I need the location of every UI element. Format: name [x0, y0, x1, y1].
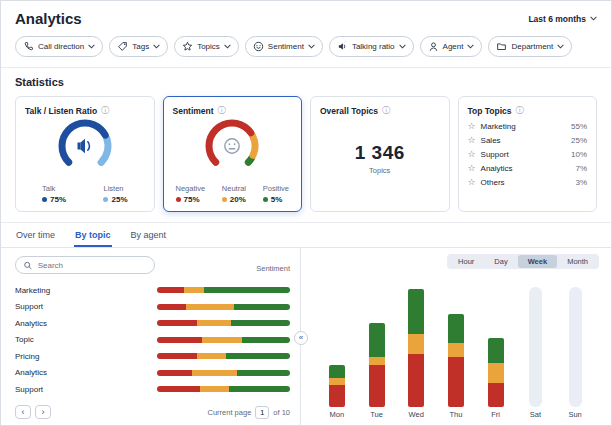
filter-label: Topics	[197, 42, 220, 51]
view-tabs: Over time By topic By agent	[1, 223, 611, 248]
filter-department[interactable]: Department	[488, 36, 572, 57]
time-range-dropdown[interactable]: Last 6 months	[528, 14, 597, 24]
bar-sat	[529, 287, 542, 407]
gauge-chart	[190, 117, 274, 171]
toggle-hour[interactable]: Hour	[448, 255, 484, 268]
star-icon: ☆	[468, 150, 476, 159]
search-icon	[23, 260, 33, 271]
chevron-down-icon	[557, 44, 564, 49]
search-box[interactable]	[15, 256, 155, 274]
filter-label: Sentiment	[268, 42, 304, 51]
by-topic-panel: « Sentiment Marketing Support	[1, 248, 611, 425]
filter-talking-ratio[interactable]: Talking ratio	[329, 36, 414, 57]
filter-topics[interactable]: Topics	[174, 36, 239, 57]
current-page-field[interactable]: 1	[255, 406, 269, 419]
axis-label: Sat	[520, 410, 550, 419]
topic-list-panel: Sentiment Marketing Support Analytics To…	[1, 248, 301, 425]
info-icon[interactable]: ⓘ	[382, 105, 390, 116]
table-row[interactable]: Marketing	[15, 286, 290, 295]
list-item: ☆Others 3%	[468, 178, 588, 187]
tab-over-time[interactable]: Over time	[15, 223, 56, 247]
card-top-topics[interactable]: Top Topics ⓘ ☆Marketing 55% ☆Sales 25% ☆…	[458, 96, 598, 212]
bar-sun	[569, 287, 582, 407]
bar-tue	[369, 323, 385, 407]
tab-by-agent[interactable]: By agent	[130, 223, 168, 247]
header: Analytics Last 6 months	[1, 1, 611, 32]
card-title: Sentiment ⓘ	[173, 105, 293, 116]
info-icon[interactable]: ⓘ	[101, 105, 109, 116]
list-item: ☆Marketing 55%	[468, 122, 588, 131]
chevron-down-icon	[308, 44, 315, 49]
legend-item: Listen 25%	[103, 184, 127, 204]
table-row[interactable]: Analytics	[15, 319, 290, 328]
chevron-down-icon	[399, 44, 406, 49]
filter-label: Call direction	[38, 42, 84, 51]
topic-label: Marketing	[15, 286, 157, 295]
chevron-down-icon	[153, 44, 160, 49]
bar-wed	[408, 289, 424, 407]
star-icon	[182, 41, 193, 52]
chevron-down-icon	[224, 44, 231, 49]
card-sentiment[interactable]: Sentiment ⓘ Negative	[163, 96, 303, 212]
gauge-chart	[43, 117, 127, 171]
legend-item: Talk 75%	[42, 184, 66, 204]
toggle-day[interactable]: Day	[484, 255, 517, 268]
list-item: ☆Support 10%	[468, 150, 588, 159]
sentiment-legend: Negative 75% Neutral 20% Positive 5%	[176, 184, 290, 204]
x-axis-labels: Mon Tue Wed Thu Fri Sat Sun	[313, 407, 599, 421]
card-talk-listen-ratio[interactable]: Talk / Listen Ratio ⓘ Talk	[15, 96, 155, 212]
topic-label: Support	[15, 385, 157, 394]
chevron-down-icon	[467, 44, 474, 49]
table-row[interactable]: Support	[15, 385, 290, 394]
toggle-week[interactable]: Week	[518, 255, 557, 268]
list-item: ☆Analytics 7%	[468, 164, 588, 173]
filter-sentiment[interactable]: Sentiment	[245, 36, 323, 57]
analytics-dashboard: Analytics Last 6 months Call direction T…	[0, 0, 612, 426]
collapse-panel-button[interactable]: «	[294, 331, 308, 345]
card-title: Talk / Listen Ratio ⓘ	[25, 105, 145, 116]
table-row[interactable]: Support	[15, 302, 290, 311]
card-title: Overall Topics ⓘ	[320, 105, 440, 116]
axis-label: Thu	[441, 410, 471, 419]
weekly-chart-panel: Hour Day Week Month Mon Tue Wed Thu	[301, 248, 611, 425]
card-overall-topics[interactable]: Overall Topics ⓘ 1 346 Topics	[310, 96, 450, 212]
statistics-section: Statistics Talk / Listen Ratio ⓘ	[1, 68, 611, 223]
star-icon: ☆	[468, 122, 476, 131]
info-icon[interactable]: ⓘ	[218, 105, 226, 116]
filter-label: Agent	[443, 42, 464, 51]
table-row[interactable]: Analytics	[15, 368, 290, 377]
info-icon[interactable]: ⓘ	[516, 105, 524, 116]
current-page-label: Current page	[208, 408, 252, 417]
axis-label: Mon	[322, 410, 352, 419]
filter-label: Department	[511, 42, 553, 51]
filter-tags[interactable]: Tags	[109, 36, 168, 57]
axis-label: Sun	[560, 410, 590, 419]
time-range-label: Last 6 months	[528, 14, 586, 24]
page-title: Analytics	[15, 10, 82, 27]
star-icon: ☆	[468, 164, 476, 173]
next-page-button[interactable]: ›	[35, 405, 51, 419]
star-icon: ☆	[468, 136, 476, 145]
filter-call-direction[interactable]: Call direction	[15, 36, 103, 57]
toggle-month[interactable]: Month	[557, 255, 598, 268]
chevron-down-icon	[88, 44, 95, 49]
sentiment-bar	[157, 287, 290, 293]
filter-agent[interactable]: Agent	[420, 36, 483, 57]
speaker-icon	[337, 41, 348, 52]
axis-label: Tue	[362, 410, 392, 419]
star-icon: ☆	[468, 178, 476, 187]
tab-by-topic[interactable]: By topic	[74, 223, 112, 247]
smiley-icon	[253, 41, 264, 52]
search-input[interactable]	[38, 261, 147, 270]
axis-label: Wed	[401, 410, 431, 419]
prev-page-button[interactable]: ‹	[15, 405, 31, 419]
bar-fri	[488, 338, 504, 407]
topics-count: 1 346	[320, 142, 440, 164]
sentiment-bar	[157, 337, 290, 343]
folder-icon	[496, 41, 507, 52]
legend-dot	[176, 197, 181, 202]
bar-mon	[329, 365, 345, 407]
legend-dot	[103, 197, 108, 202]
table-row[interactable]: Pricing	[15, 352, 290, 361]
table-row[interactable]: Topic	[15, 335, 290, 344]
